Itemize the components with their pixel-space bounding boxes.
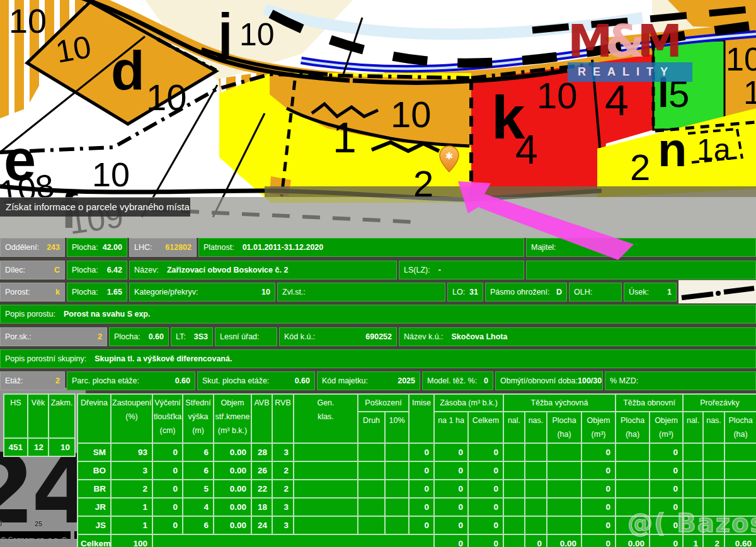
table-cell: 0 <box>581 480 616 498</box>
table-cell: 12 <box>28 438 49 456</box>
table-cell <box>358 443 385 461</box>
table-cell: 26 <box>251 461 272 480</box>
table-header-row: DřevinaZastoupení(%)Výčetnítloušťka(cm)S… <box>77 394 756 412</box>
logo-m2: M <box>637 14 678 67</box>
table-cell: 0 <box>581 516 616 534</box>
table-cell: 0 <box>409 480 434 498</box>
table-cell: 0 <box>409 443 434 461</box>
table-header-cell: 10% <box>385 412 409 443</box>
table-cell <box>294 443 358 461</box>
table-header-cell: Celkem <box>468 412 503 443</box>
table-cell: 0 <box>468 443 503 461</box>
table-cell: 2 <box>272 480 294 498</box>
table-cell: 0 <box>581 443 616 461</box>
table-header-group: Zásoba (m³ b.k.) <box>434 394 503 412</box>
table-cell <box>503 534 525 547</box>
table-cell <box>616 480 650 498</box>
table-cell: 451 <box>4 438 28 456</box>
table-cell <box>703 461 724 480</box>
table-header-group: Těžba výchovná <box>503 394 616 412</box>
table-header-cell: nas. <box>525 412 547 443</box>
table-cell: 0 <box>650 480 683 498</box>
table-header-cell: Druh <box>358 412 385 443</box>
table-cell <box>724 443 756 461</box>
table-cell: 0 <box>409 498 434 516</box>
map-label: 1 <box>743 74 756 111</box>
table-cell: 0 <box>434 461 468 480</box>
table-header-cell: Objemstř.kmene(m³ b.k.) <box>214 394 251 443</box>
table-cell <box>703 480 724 498</box>
table-cell: 6 <box>183 516 214 534</box>
table-cell: 1 <box>111 516 152 534</box>
table-cell: 0 <box>409 461 434 480</box>
table-cell: 6 <box>183 461 214 480</box>
logo-ampersand: & <box>605 14 641 67</box>
map-label: 1 <box>333 113 357 161</box>
table-cell <box>294 498 358 516</box>
table-cell: 0 <box>468 480 503 498</box>
mm-logo-letters: M&M <box>568 21 692 60</box>
table-total-label: Celkem: <box>77 534 111 547</box>
table-header-cell: RVB <box>272 394 294 443</box>
table-cell <box>385 480 409 498</box>
table-header-cell: Plocha(ha) <box>547 412 581 443</box>
table-header-cell: nas. <box>703 412 724 443</box>
table-cell <box>683 443 703 461</box>
table-cell <box>724 461 756 480</box>
table-cell: 0 <box>468 516 503 534</box>
map-label: 10 <box>92 155 130 193</box>
map-label: 1a <box>697 133 731 166</box>
table-cell: 24 <box>251 516 272 534</box>
map-peek-window <box>679 280 756 303</box>
table-header-cell: Objem(m³) <box>581 412 616 443</box>
table-cell: 93 <box>111 443 152 461</box>
table-header-cell: Plocha(ha) <box>724 412 756 443</box>
table-cell: 0 <box>152 443 183 461</box>
table-cell: 3 <box>111 461 152 480</box>
table-cell <box>525 480 547 498</box>
table-cell <box>358 498 385 516</box>
table-header-cell: Dřevina <box>77 394 111 443</box>
table-merged-cell <box>152 534 434 547</box>
table-cell <box>616 443 650 461</box>
table-cell: 0 <box>434 480 468 498</box>
table-cell: 0 <box>409 516 434 534</box>
table-cell <box>547 461 581 480</box>
table-header-cell: na 1 ha <box>434 412 468 443</box>
table-cell: BO <box>77 461 111 480</box>
table-cell <box>703 443 724 461</box>
table-cell <box>724 480 756 498</box>
map-attribution: © Seznam.cz, a.s. © <box>1 536 67 543</box>
table-cell: 6 <box>183 443 214 461</box>
table-cell: 1 <box>111 498 152 516</box>
table-cell: 0 <box>434 534 468 547</box>
table-header-cell: Imise <box>409 394 434 443</box>
watermark: @( Bazos.cz <box>627 509 756 538</box>
table-header-row: HSVěkZakm. <box>4 394 75 438</box>
map-label: j <box>217 3 232 62</box>
table-cell <box>385 461 409 480</box>
map-tooltip-text: Získat informace o parcele vybraného mís… <box>6 201 190 212</box>
table-header-cell: Plocha(ha) <box>616 412 650 443</box>
table-header-cell: AVB <box>251 394 272 443</box>
map-label: 10 <box>146 77 187 118</box>
table-cell: 0 <box>468 498 503 516</box>
table-cell: 0 <box>650 461 683 480</box>
svg-text:✱: ✱ <box>445 150 454 162</box>
table-header-cell: Věk <box>28 394 49 438</box>
table-cell: JR <box>77 498 111 516</box>
table-cell: 0 <box>525 534 547 547</box>
map-shade-strip <box>265 186 756 197</box>
table-cell: 0.00 <box>214 443 251 461</box>
table-cell <box>503 516 525 534</box>
map-label: 2 <box>630 147 650 188</box>
table-cell <box>385 443 409 461</box>
table-cell: 5 <box>183 480 214 498</box>
table-cell <box>616 461 650 480</box>
table-cell: 0 <box>468 534 503 547</box>
table-cell <box>547 480 581 498</box>
table-cell: 28 <box>251 443 272 461</box>
table-cell <box>358 516 385 534</box>
map-label: 10 <box>726 41 756 77</box>
table-header-cell: Výčetnítloušťka(cm) <box>152 394 183 443</box>
